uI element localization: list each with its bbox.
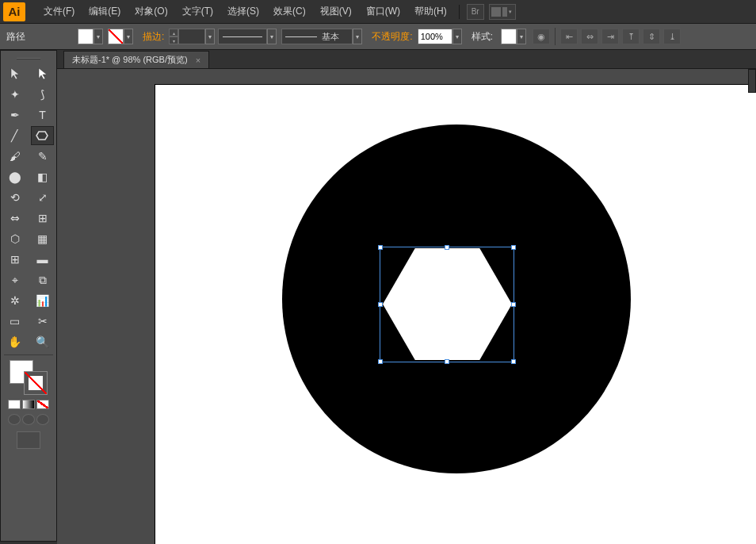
- brush-dropdown[interactable]: ▾: [353, 29, 362, 44]
- stroke-swatch-group: ▾: [108, 29, 133, 44]
- menu-window[interactable]: 窗口(W): [359, 2, 407, 21]
- style-label: 样式:: [472, 30, 493, 44]
- close-tab-icon[interactable]: ×: [196, 56, 200, 65]
- selection-type-label: 路径: [6, 30, 25, 44]
- canvas-area[interactable]: [57, 69, 756, 544]
- eyedropper-tool[interactable]: ⌖: [3, 270, 26, 289]
- artboard[interactable]: [155, 85, 756, 544]
- stroke-color-swatch[interactable]: [108, 29, 124, 44]
- blend-tool[interactable]: ⧉: [31, 270, 54, 289]
- stroke-weight-down[interactable]: ▾: [169, 36, 178, 44]
- stroke-dropdown[interactable]: ▾: [124, 29, 133, 44]
- stroke-weight-dropdown[interactable]: ▾: [205, 29, 215, 44]
- draw-behind-button[interactable]: [22, 414, 35, 425]
- polygon-tool[interactable]: [31, 126, 54, 145]
- mesh-tool[interactable]: ⊞: [3, 250, 26, 269]
- document-tab[interactable]: 未标题-1* @ 98% (RGB/预览) ×: [63, 51, 209, 68]
- stroke-label[interactable]: 描边:: [143, 30, 164, 44]
- fill-color-swatch[interactable]: [78, 29, 94, 44]
- type-tool[interactable]: T: [31, 105, 54, 125]
- opacity-dropdown[interactable]: ▾: [452, 29, 462, 44]
- menu-view[interactable]: 视图(V): [313, 2, 359, 21]
- stroke-weight-up[interactable]: ▴: [169, 29, 178, 36]
- lasso-tool[interactable]: ⟆: [31, 85, 54, 104]
- style-group: ▾: [501, 29, 526, 44]
- menu-edit[interactable]: 编辑(E): [82, 2, 128, 21]
- artboard-tool[interactable]: ▭: [3, 312, 26, 331]
- color-mode-row: [1, 400, 56, 409]
- selection-tool[interactable]: [3, 64, 26, 83]
- align-center-v-icon[interactable]: ⇕: [643, 29, 660, 44]
- menu-bar: Ai 文件(F) 编辑(E) 对象(O) 文字(T) 选择(S) 效果(C) 视…: [0, 0, 756, 24]
- profile-group: ▾: [218, 29, 277, 44]
- draw-normal-button[interactable]: [8, 414, 21, 425]
- opacity-label[interactable]: 不透明度:: [372, 30, 412, 44]
- style-dropdown[interactable]: ▾: [517, 29, 526, 44]
- align-bottom-icon[interactable]: ⤓: [663, 29, 681, 44]
- pencil-tool[interactable]: ✎: [31, 147, 54, 166]
- align-right-icon[interactable]: ⇥: [601, 29, 619, 44]
- separator: [459, 5, 460, 19]
- line-tool[interactable]: ╱: [3, 126, 26, 145]
- app-logo: Ai: [3, 2, 25, 21]
- free-transform-tool[interactable]: ⊞: [31, 209, 54, 228]
- hand-tool[interactable]: ✋: [3, 332, 26, 351]
- opacity-field[interactable]: 100%: [418, 29, 452, 44]
- color-gradient-button[interactable]: [22, 400, 35, 409]
- recolor-artwork-icon[interactable]: ◉: [533, 29, 550, 44]
- slice-tool[interactable]: ✂: [31, 312, 54, 331]
- magic-wand-tool[interactable]: ✦: [3, 85, 26, 104]
- menu-object[interactable]: 对象(O): [128, 2, 174, 21]
- opacity-group: 100% ▾: [418, 29, 462, 44]
- scale-tool[interactable]: ⤢: [31, 188, 54, 207]
- gradient-tool[interactable]: ▬: [31, 250, 54, 269]
- draw-mode-row: [1, 414, 56, 425]
- symbol-sprayer-tool[interactable]: ✲: [3, 291, 26, 310]
- toolbox: ✦ ⟆ ✒ T ╱ 🖌 ✎ ⬤ ◧ ⟲ ⤢ ⇔ ⊞ ⬡ ▦ ⊞ ▬ ⌖ ⧉ ✲ …: [0, 50, 57, 542]
- arrange-documents-button[interactable]: ▾: [489, 4, 516, 20]
- rotate-tool[interactable]: ⟲: [3, 188, 26, 207]
- blob-brush-tool[interactable]: ⬤: [3, 167, 26, 186]
- menu-file[interactable]: 文件(F): [36, 2, 82, 21]
- document-tab-bar: 未标题-1* @ 98% (RGB/预览) ×: [0, 50, 756, 69]
- align-center-h-icon[interactable]: ⇔: [581, 29, 598, 44]
- draw-inside-button[interactable]: [36, 414, 49, 425]
- fill-dropdown[interactable]: ▾: [94, 29, 103, 44]
- align-left-icon[interactable]: ⇤: [560, 29, 578, 44]
- menu-effect[interactable]: 效果(C): [266, 2, 313, 21]
- separator: [4, 354, 53, 355]
- screen-mode-button[interactable]: [17, 431, 40, 449]
- menu-type[interactable]: 文字(T): [175, 2, 220, 21]
- graphic-style-swatch[interactable]: [501, 29, 517, 44]
- brush-tool[interactable]: 🖌: [3, 147, 26, 166]
- bridge-button[interactable]: Br: [467, 4, 484, 20]
- zoom-tool[interactable]: 🔍: [31, 332, 54, 351]
- control-bar: 路径 ▾ ▾ 描边: ▴▾ ▾ ▾ 基本 ▾ 不透明度: 100% ▾ 样式: …: [0, 24, 756, 50]
- variable-width-profile[interactable]: [218, 29, 267, 44]
- color-none-button[interactable]: [36, 400, 49, 409]
- pen-tool[interactable]: ✒: [3, 105, 26, 125]
- perspective-tool[interactable]: ▦: [31, 229, 54, 248]
- width-tool[interactable]: ⇔: [3, 209, 26, 228]
- brush-definition[interactable]: 基本: [281, 29, 353, 44]
- toolbox-grip[interactable]: [1, 56, 56, 62]
- eraser-tool[interactable]: ◧: [31, 167, 54, 186]
- fill-stroke-indicator[interactable]: [10, 360, 48, 395]
- align-top-icon[interactable]: ⤒: [622, 29, 640, 44]
- menu-select[interactable]: 选择(S): [220, 2, 266, 21]
- separator: [555, 28, 556, 45]
- shape-builder-tool[interactable]: ⬡: [3, 229, 26, 248]
- menu-help[interactable]: 帮助(H): [407, 2, 454, 21]
- stroke-weight-input: ▴▾ ▾: [169, 29, 215, 44]
- fill-swatch-group: ▾: [78, 29, 103, 44]
- stroke-indicator[interactable]: [24, 371, 48, 395]
- brush-group: 基本 ▾: [281, 29, 362, 44]
- color-solid-button[interactable]: [8, 400, 21, 409]
- stroke-weight-field[interactable]: [178, 29, 205, 44]
- graph-tool[interactable]: 📊: [31, 291, 54, 310]
- svg-marker-0: [36, 132, 48, 140]
- document-tab-title: 未标题-1* @ 98% (RGB/预览): [72, 54, 188, 66]
- profile-dropdown[interactable]: ▾: [267, 29, 277, 44]
- right-panel-collapsed[interactable]: [748, 69, 756, 93]
- direct-selection-tool[interactable]: [31, 64, 54, 83]
